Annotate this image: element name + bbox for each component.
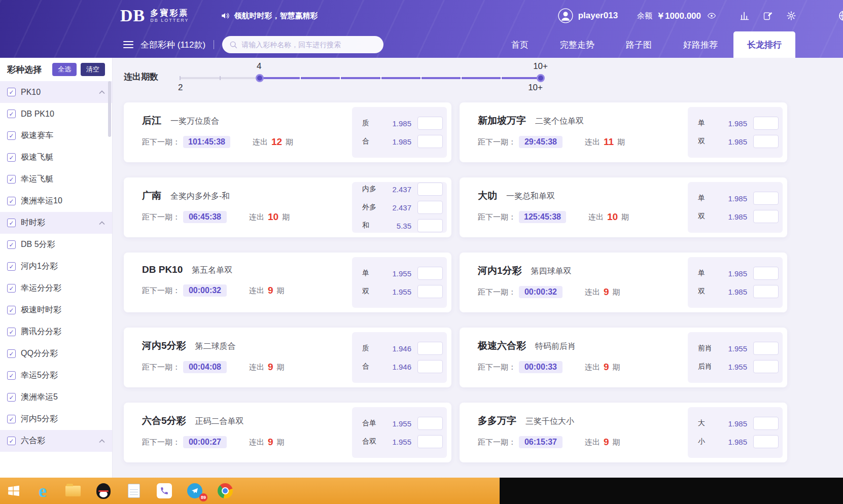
card-title[interactable]: 河内1分彩 [478, 264, 522, 277]
chevron-up-icon[interactable] [99, 439, 105, 443]
checkbox-speed-airship[interactable]: ✓ [7, 153, 16, 162]
clear-button[interactable]: 清空 [81, 63, 105, 76]
sidebar-item-pk10[interactable]: ✓ PK10 [0, 81, 112, 103]
sidebar-item-lucky-fenfen[interactable]: ✓ 幸运分分彩 [0, 277, 112, 299]
avatar[interactable] [558, 8, 573, 23]
nav-item-road-map[interactable]: 路子图 [610, 31, 668, 58]
search-box[interactable] [222, 36, 383, 53]
bet-amount-input[interactable] [753, 267, 779, 280]
checkbox-tencent-fenfen[interactable]: ✓ [7, 328, 16, 336]
header-nav-row: 全部彩种 (112款) 首页完整走势路子图好路推荐长龙排行 [0, 31, 843, 58]
chart-icon[interactable] [740, 11, 750, 21]
card-title[interactable]: 大叻 [478, 189, 497, 202]
bet-amount-input[interactable] [753, 342, 779, 355]
checkbox-lucky-fenfen[interactable]: ✓ [7, 284, 16, 293]
sidebar-item-australia-lucky10[interactable]: ✓ 澳洲幸运10 [0, 190, 112, 212]
checkbox-australia-lucky5[interactable]: ✓ [7, 393, 16, 402]
nav-item-full-trends[interactable]: 完整走势 [544, 31, 610, 58]
qq-icon[interactable] [88, 478, 119, 504]
bet-amount-input[interactable] [417, 360, 443, 373]
menu-icon[interactable] [123, 41, 133, 48]
sidebar-item-tencent-fenfen[interactable]: ✓ 腾讯分分彩 [0, 321, 112, 343]
bet-amount-input[interactable] [417, 117, 443, 130]
sidebar-item-hanoi-1fen[interactable]: ✓ 河内1分彩 [0, 256, 112, 277]
checkbox-lucky-airship[interactable]: ✓ [7, 175, 16, 184]
checkbox-lucky-5fen[interactable]: ✓ [7, 371, 16, 380]
nav-item-good-road[interactable]: 好路推荐 [668, 31, 733, 58]
bet-amount-input[interactable] [753, 417, 779, 430]
select-all-button[interactable]: 全选 [52, 63, 77, 76]
slider-handle-low[interactable] [256, 74, 264, 82]
checkbox-qq-fenfen[interactable]: ✓ [7, 349, 16, 358]
checkbox-shishicai[interactable]: ✓ [7, 219, 16, 227]
card-title[interactable]: 后江 [142, 114, 161, 127]
bet-amount-input[interactable] [417, 417, 443, 430]
sidebar-item-qq-fenfen[interactable]: ✓ QQ分分彩 [0, 343, 112, 365]
card-title[interactable]: 河内5分彩 [142, 339, 186, 352]
checkbox-australia-lucky10[interactable]: ✓ [7, 197, 16, 205]
sidebar-item-liuhecai[interactable]: ✓ 六合彩 [0, 430, 112, 452]
checkbox-db-5fen[interactable]: ✓ [7, 240, 16, 249]
sidebar-item-db-pk10[interactable]: ✓ DB PK10 [0, 103, 112, 125]
bet-amount-input[interactable] [417, 135, 443, 148]
card-title[interactable]: 多多万字 [478, 414, 516, 427]
logo[interactable]: DB 多寶彩票 DB LOTTERY [120, 7, 189, 24]
bet-amount-input[interactable] [417, 285, 443, 298]
card-title[interactable]: 极速六合彩 [478, 339, 526, 352]
notepad-icon[interactable] [119, 478, 149, 504]
bet-amount-input[interactable] [417, 342, 443, 355]
card-title[interactable]: 新加坡万字 [478, 114, 526, 127]
sidebar-item-speed-shishicai[interactable]: ✓ 极速时时彩 [0, 299, 112, 321]
sidebar-item-australia-lucky5[interactable]: ✓ 澳洲幸运5 [0, 386, 112, 408]
all-lotteries-label[interactable]: 全部彩种 (112款) [140, 39, 205, 51]
phone-icon[interactable] [149, 478, 180, 504]
eye-icon[interactable] [707, 11, 716, 20]
bet-amount-input[interactable] [417, 435, 443, 448]
chrome-icon[interactable] [210, 478, 240, 504]
compose-icon[interactable] [763, 11, 773, 21]
bet-amount-input[interactable] [753, 285, 779, 298]
search-input[interactable] [241, 41, 376, 49]
bet-amount-input[interactable] [417, 219, 443, 232]
bet-amount-input[interactable] [417, 201, 443, 214]
card-title[interactable]: DB PK10 [142, 264, 183, 275]
telegram-icon[interactable]: 89 [180, 478, 210, 504]
sidebar-item-hanoi-5fen[interactable]: ✓ 河内5分彩 [0, 408, 112, 430]
username[interactable]: player013 [578, 11, 618, 21]
checkbox-liuhecai[interactable]: ✓ [7, 437, 16, 445]
globe-icon[interactable] [838, 10, 843, 22]
streak-slider[interactable]: 4 10+ 2 10+ [180, 60, 541, 93]
file-explorer-icon[interactable] [58, 478, 88, 504]
chevron-up-icon[interactable] [99, 221, 105, 225]
nav-item-streak-ranking[interactable]: 长龙排行 [733, 31, 795, 58]
sidebar-item-speed-racing[interactable]: ✓ 极速赛车 [0, 125, 112, 147]
start-button[interactable] [0, 478, 27, 504]
checkbox-hanoi-1fen[interactable]: ✓ [7, 262, 16, 271]
bet-amount-input[interactable] [753, 435, 779, 448]
bet-amount-input[interactable] [753, 192, 779, 205]
sidebar-item-lucky-airship[interactable]: ✓ 幸运飞艇 [0, 168, 112, 190]
bet-amount-input[interactable] [417, 267, 443, 280]
bet-amount-input[interactable] [753, 360, 779, 373]
sidebar-item-lucky-5fen[interactable]: ✓ 幸运5分彩 [0, 365, 112, 386]
checkbox-speed-shishicai[interactable]: ✓ [7, 306, 16, 314]
checkbox-pk10[interactable]: ✓ [7, 88, 16, 96]
bet-amount-input[interactable] [753, 135, 779, 148]
card-title[interactable]: 广南 [142, 189, 161, 202]
bet-amount-input[interactable] [417, 183, 443, 196]
chevron-up-icon[interactable] [99, 90, 105, 94]
slider-handle-high[interactable] [537, 74, 545, 82]
sidebar-scrollbar[interactable] [108, 81, 111, 137]
sidebar-item-speed-airship[interactable]: ✓ 极速飞艇 [0, 147, 112, 168]
card-title[interactable]: 六合5分彩 [142, 414, 186, 427]
nav-item-home[interactable]: 首页 [496, 31, 544, 58]
checkbox-hanoi-5fen[interactable]: ✓ [7, 415, 16, 423]
checkbox-db-pk10[interactable]: ✓ [7, 110, 16, 118]
sidebar-item-db-5fen[interactable]: ✓ DB 5分彩 [0, 234, 112, 256]
sidebar-item-shishicai[interactable]: ✓ 时时彩 [0, 212, 112, 234]
bet-amount-input[interactable] [753, 210, 779, 223]
gear-icon[interactable] [786, 11, 796, 21]
checkbox-speed-racing[interactable]: ✓ [7, 131, 16, 140]
bet-amount-input[interactable] [753, 117, 779, 130]
internet-explorer-icon[interactable]: e [27, 478, 58, 504]
